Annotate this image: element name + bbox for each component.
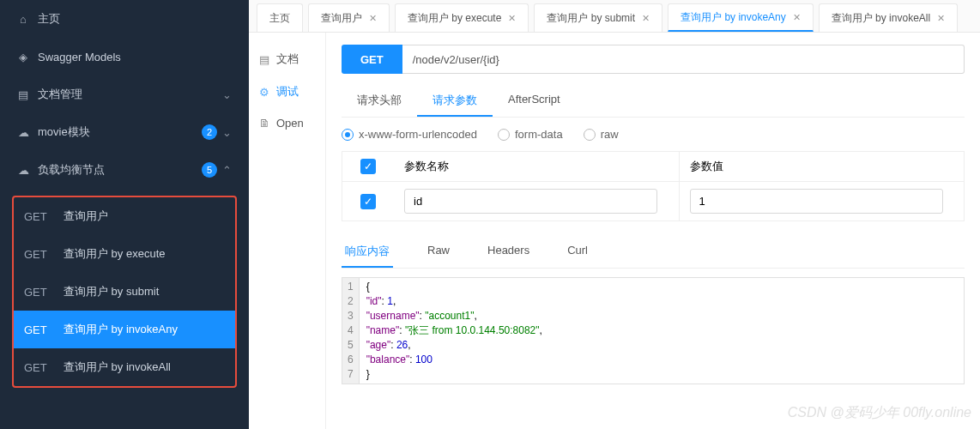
tab-headers[interactable]: 请求头部 bbox=[342, 86, 417, 117]
api-name: 查询用户 by invokeAny bbox=[64, 322, 228, 337]
tab-params[interactable]: 请求参数 bbox=[417, 86, 493, 117]
sub-nav: ▤ 文档 ⚙ 调试 🗎 Open bbox=[249, 33, 326, 429]
checkbox-all[interactable]: ✓ bbox=[360, 159, 376, 174]
api-list: GET 查询用户 GET 查询用户 by execute GET 查询用户 by… bbox=[12, 196, 237, 388]
radio-label: form-data bbox=[515, 128, 563, 141]
tab-label: 主页 bbox=[269, 11, 290, 26]
table-header-row: ✓ 参数名称 参数值 bbox=[342, 151, 965, 181]
url-row: GET /node/v2/user/{id} bbox=[342, 45, 965, 74]
bug-icon: ⚙ bbox=[259, 86, 271, 99]
chevron-down-icon: ⌄ bbox=[222, 126, 232, 139]
http-method: GET bbox=[21, 248, 64, 261]
radio-formdata[interactable]: form-data bbox=[498, 128, 563, 141]
line-gutter: 1234567 bbox=[342, 278, 360, 384]
http-method: GET bbox=[21, 323, 64, 336]
tab[interactable]: 主页 bbox=[257, 3, 303, 32]
home-icon: ⌂ bbox=[17, 13, 29, 25]
nav-swagger-models[interactable]: ◈ Swagger Models bbox=[0, 38, 249, 76]
count-badge: 5 bbox=[202, 162, 217, 178]
count-badge: 2 bbox=[202, 124, 217, 140]
tab-label: 查询用户 by invokeAny bbox=[681, 10, 786, 25]
chevron-up-icon: ⌃ bbox=[222, 164, 232, 177]
module-icon: ☁ bbox=[17, 164, 29, 176]
method-button[interactable]: GET bbox=[342, 45, 402, 74]
checkbox[interactable]: ✓ bbox=[360, 194, 376, 209]
param-tabs: 请求头部 请求参数 AfterScript bbox=[342, 86, 965, 118]
subnav-label: Open bbox=[276, 117, 304, 130]
main-panel: 主页查询用户✕查询用户 by execute✕查询用户 by submit✕查询… bbox=[249, 0, 980, 429]
radio-label: raw bbox=[601, 128, 619, 141]
api-name: 查询用户 by execute bbox=[64, 246, 228, 262]
code-body[interactable]: { "id": 1, "username": "account1", "name… bbox=[360, 278, 549, 384]
api-name: 查询用户 by submit bbox=[64, 284, 228, 299]
param-value-input[interactable] bbox=[690, 189, 943, 214]
param-name-input[interactable] bbox=[404, 189, 657, 214]
radio-raw[interactable]: raw bbox=[584, 128, 619, 141]
request-panel: GET /node/v2/user/{id} 请求头部 请求参数 AfterSc… bbox=[326, 33, 980, 429]
nav-home[interactable]: ⌂ 主页 bbox=[0, 0, 249, 38]
tab[interactable]: 查询用户 by invokeAll✕ bbox=[819, 3, 958, 32]
close-icon[interactable]: ✕ bbox=[508, 13, 516, 24]
subnav-doc[interactable]: ▤ 文档 bbox=[249, 43, 325, 76]
close-icon[interactable]: ✕ bbox=[937, 13, 945, 24]
radio-circle-icon bbox=[584, 129, 596, 141]
tab-label: 查询用户 by execute bbox=[408, 11, 501, 26]
api-item[interactable]: GET 查询用户 by submit bbox=[14, 273, 235, 311]
workspace: ▤ 文档 ⚙ 调试 🗎 Open GET /node/v2/user/{id} … bbox=[249, 33, 980, 429]
tab-response-headers[interactable]: Headers bbox=[484, 237, 533, 268]
url-input[interactable]: /node/v2/user/{id} bbox=[402, 45, 965, 74]
tab-bar: 主页查询用户✕查询用户 by execute✕查询用户 by submit✕查询… bbox=[249, 0, 980, 33]
tab[interactable]: 查询用户✕ bbox=[308, 3, 390, 32]
http-method: GET bbox=[21, 361, 64, 374]
api-item[interactable]: GET 查询用户 by invokeAll bbox=[14, 348, 235, 386]
tab-label: 查询用户 by submit bbox=[547, 11, 635, 26]
radio-circle-icon bbox=[342, 129, 354, 141]
nav-label: 文档管理 bbox=[38, 87, 222, 102]
radio-label: x-www-form-urlencoded bbox=[359, 128, 477, 141]
tab-response-raw[interactable]: Raw bbox=[424, 237, 453, 268]
subnav-open[interactable]: 🗎 Open bbox=[249, 108, 325, 138]
col-name: 参数名称 bbox=[394, 152, 679, 181]
tab-label: 查询用户 by invokeAll bbox=[832, 11, 930, 26]
radio-circle-icon bbox=[498, 129, 510, 141]
http-method: GET bbox=[21, 210, 64, 223]
subnav-label: 文档 bbox=[276, 51, 299, 67]
nav-label: Swagger Models bbox=[38, 51, 232, 63]
subnav-label: 调试 bbox=[276, 84, 299, 100]
response-tabs: 响应内容 Raw Headers Curl bbox=[342, 237, 965, 269]
api-name: 查询用户 by invokeAll bbox=[64, 360, 228, 375]
radio-urlencoded[interactable]: x-www-form-urlencoded bbox=[342, 128, 477, 141]
tab-response-curl[interactable]: Curl bbox=[564, 237, 591, 268]
tab[interactable]: 查询用户 by invokeAny✕ bbox=[668, 3, 814, 32]
http-method: GET bbox=[21, 286, 64, 299]
nav-label: movie模块 bbox=[38, 124, 202, 140]
response-code: 1234567 { "id": 1, "username": "account1… bbox=[342, 277, 965, 384]
tab-afterscript[interactable]: AfterScript bbox=[493, 86, 576, 117]
api-item[interactable]: GET 查询用户 by invokeAny bbox=[14, 311, 235, 348]
param-table: ✓ 参数名称 参数值 ✓ bbox=[342, 151, 965, 221]
chevron-down-icon: ⌄ bbox=[222, 88, 232, 101]
open-icon: 🗎 bbox=[259, 117, 271, 130]
models-icon: ◈ bbox=[17, 51, 29, 63]
docs-icon: ▤ bbox=[17, 88, 29, 100]
tab[interactable]: 查询用户 by execute✕ bbox=[395, 3, 529, 32]
tab[interactable]: 查询用户 by submit✕ bbox=[534, 3, 662, 32]
tab-response-body[interactable]: 响应内容 bbox=[342, 237, 393, 268]
col-value: 参数值 bbox=[679, 152, 965, 181]
nav-loadbalance[interactable]: ☁ 负载均衡节点 5 ⌃ bbox=[0, 151, 249, 189]
close-icon[interactable]: ✕ bbox=[793, 12, 801, 23]
api-item[interactable]: GET 查询用户 by execute bbox=[14, 235, 235, 273]
doc-icon: ▤ bbox=[259, 53, 271, 66]
api-item[interactable]: GET 查询用户 bbox=[14, 197, 235, 235]
close-icon[interactable]: ✕ bbox=[642, 13, 650, 24]
nav-label: 负载均衡节点 bbox=[38, 162, 202, 178]
sidebar: ⌂ 主页 ◈ Swagger Models ▤ 文档管理 ⌄ ☁ movie模块… bbox=[0, 0, 249, 429]
body-type-radios: x-www-form-urlencoded form-data raw bbox=[342, 128, 965, 141]
table-row: ✓ bbox=[342, 181, 965, 221]
nav-docs[interactable]: ▤ 文档管理 ⌄ bbox=[0, 76, 249, 113]
module-icon: ☁ bbox=[17, 126, 29, 138]
nav-label: 主页 bbox=[38, 11, 232, 27]
subnav-debug[interactable]: ⚙ 调试 bbox=[249, 76, 325, 108]
close-icon[interactable]: ✕ bbox=[369, 13, 377, 24]
nav-movie[interactable]: ☁ movie模块 2 ⌄ bbox=[0, 113, 249, 151]
